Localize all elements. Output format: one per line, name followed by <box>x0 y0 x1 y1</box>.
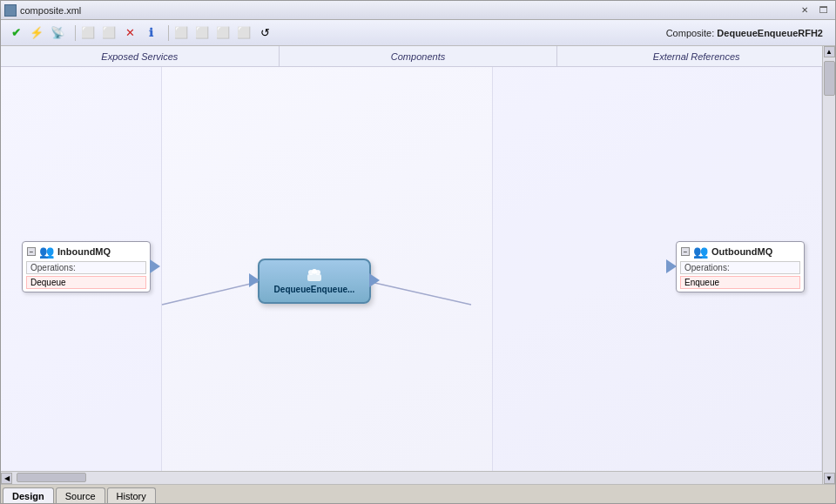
svg-marker-9 <box>666 259 677 273</box>
inbound-operation[interactable]: Dequeue <box>26 276 146 289</box>
outbound-mq-node[interactable]: − 👥 OutboundMQ Operations: Enqueue <box>676 241 805 292</box>
outbound-left-arrow-icon <box>666 258 677 275</box>
bottom-tabs: Design Source History <box>1 484 835 503</box>
header-external: External References <box>557 46 835 66</box>
header-components: Components <box>280 46 558 66</box>
svg-marker-7 <box>249 273 260 287</box>
inbound-mq-node[interactable]: − 👥 InboundMQ Operations: Dequeue <box>22 241 151 292</box>
window-maximize-button[interactable]: 🗖 <box>816 3 832 17</box>
canvas-container: − 👥 InboundMQ Operations: Dequeue <box>1 67 835 471</box>
svg-rect-3 <box>307 274 321 281</box>
scroll-track-v <box>823 67 835 471</box>
inbound-header: − 👥 InboundMQ <box>23 242 150 261</box>
outbound-ops-label: Operations: <box>680 261 800 274</box>
scroll-thumb-h[interactable] <box>17 473 86 482</box>
view4-button[interactable]: ⬜ <box>234 24 253 43</box>
title-bar: composite.xml ✕ 🗖 <box>1 1 835 20</box>
tab-source[interactable]: Source <box>56 487 105 503</box>
window-close-button[interactable]: ✕ <box>797 3 812 17</box>
outbound-header: − 👥 OutboundMQ <box>677 242 804 261</box>
inbound-ops-label: Operations: <box>26 261 146 274</box>
delete-button[interactable]: ✕ <box>120 24 139 43</box>
vertical-scrollbar[interactable]: ▲ ▼ <box>822 67 835 471</box>
toolbar: ✔ ⚡ 📡 ⬜ ⬜ ✕ ℹ ⬜ ⬜ ⬜ ⬜ ↺ Composite: Deque… <box>1 20 835 46</box>
center-icon <box>306 269 323 283</box>
svg-marker-2 <box>150 259 160 273</box>
window-icon <box>4 4 17 17</box>
view1-button[interactable]: ⬜ <box>172 24 191 43</box>
scroll-thumb-v[interactable] <box>824 67 835 96</box>
view3-button[interactable]: ⬜ <box>213 24 233 43</box>
center-component-node[interactable]: DequeueEnqueue... <box>258 259 371 304</box>
center-title: DequeueEnqueue... <box>274 285 355 294</box>
copy-button[interactable]: ⬜ <box>78 24 98 43</box>
broadcast-button[interactable]: 📡 <box>48 24 67 43</box>
inbound-collapse-button[interactable]: − <box>27 247 36 256</box>
view2-button[interactable]: ⬜ <box>192 24 212 43</box>
canvas-area: Exposed Services Components External Ref… <box>1 46 835 484</box>
scroll-track-h <box>12 472 824 484</box>
outbound-title: OutboundMQ <box>711 246 772 257</box>
tab-design[interactable]: Design <box>3 487 54 503</box>
window-title: composite.xml <box>20 5 797 16</box>
inbound-right-arrow-icon <box>150 258 160 275</box>
svg-point-6 <box>312 269 317 274</box>
info-button[interactable]: ℹ <box>141 24 160 43</box>
validate-button[interactable]: ✔ <box>6 24 25 43</box>
column-headers: Exposed Services Components External Ref… <box>1 46 835 67</box>
outbound-operation[interactable]: Enqueue <box>680 276 800 289</box>
toolbar-group-view: ⬜ ⬜ ⬜ ⬜ ↺ <box>172 24 274 43</box>
center-right-arrow-icon <box>369 272 380 289</box>
separator-2 <box>168 25 169 41</box>
separator-1 <box>75 25 76 41</box>
outbound-icon: 👥 <box>693 245 708 259</box>
center-left-arrow-icon <box>249 272 260 289</box>
main-content: Exposed Services Components External Ref… <box>1 46 835 484</box>
paste-button[interactable]: ⬜ <box>99 24 118 43</box>
toolbar-group-edit: ⬜ ⬜ ✕ ℹ <box>78 24 160 43</box>
main-window: composite.xml ✕ 🗖 ✔ ⚡ 📡 ⬜ ⬜ ✕ ℹ ⬜ ⬜ ⬜ ⬜ … <box>0 0 836 504</box>
composite-label: Composite: DequeueEnqueueRFH2 <box>666 28 830 38</box>
canvas[interactable]: − 👥 InboundMQ Operations: Dequeue <box>1 67 835 471</box>
run-button[interactable]: ⚡ <box>27 24 46 43</box>
inbound-title: InboundMQ <box>57 246 111 257</box>
inbound-icon: 👥 <box>39 245 54 259</box>
tab-history[interactable]: History <box>107 487 156 503</box>
horizontal-scrollbar[interactable]: ◀ ▶ <box>1 471 835 484</box>
toolbar-group-main: ✔ ⚡ 📡 <box>6 24 67 43</box>
outbound-collapse-button[interactable]: − <box>681 247 690 256</box>
scroll-left-button[interactable]: ◀ <box>1 473 12 484</box>
svg-marker-8 <box>369 273 380 287</box>
refresh-button[interactable]: ↺ <box>255 24 274 43</box>
header-exposed: Exposed Services <box>1 46 280 66</box>
